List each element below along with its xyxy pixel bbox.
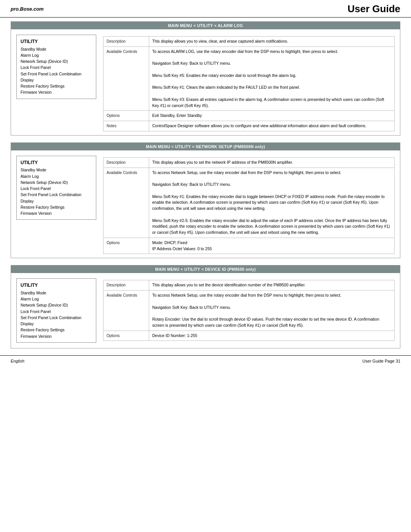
row-content: This display allows you to set the devic… <box>149 280 395 291</box>
utility-item-3: Lock Front Panel <box>21 308 92 315</box>
table-row: OptionsDevice ID Number: 1-255 <box>104 331 395 341</box>
utility-item-1: Alarm Log <box>21 173 92 179</box>
section-body-alarm-log: UTILITYStandby ModeAlarm LogNetwork Setu… <box>11 29 400 135</box>
section-device-id: MAIN MENU < UTILITY < DEVICE ID (PM8500 … <box>11 265 400 348</box>
table-row: Available ControlsTo access Network Setu… <box>104 291 395 331</box>
row-content: Device ID Number: 1-255 <box>149 331 395 341</box>
section-title-device-id: MAIN MENU < UTILITY < DEVICE ID (PM8500 … <box>11 265 400 273</box>
row-content: Exit Standby, Enter Standby <box>149 111 395 121</box>
table-row: DescriptionThis display allows you to se… <box>104 157 395 168</box>
row-content: Mode: DHCP, FixedIP Address Octet Values… <box>149 238 395 254</box>
table-row: Available ControlsTo access Network Setu… <box>104 168 395 238</box>
row-label: Available Controls <box>104 291 149 331</box>
utility-item-5: Display <box>21 198 92 204</box>
table-row: OptionsExit Standby, Enter Standby <box>104 111 395 121</box>
utility-item-0: Standby Mode <box>21 167 92 173</box>
section-body-network-setup: UTILITYStandby ModeAlarm LogNetwork Setu… <box>11 150 400 258</box>
utility-item-7: Firmware Version <box>21 210 92 216</box>
row-label: Options <box>104 238 149 254</box>
row-content: To access ALARM LOG, use the rotary enco… <box>149 46 395 111</box>
utility-item-0: Standby Mode <box>21 46 92 52</box>
utility-title: UTILITY <box>21 38 92 45</box>
section-title-alarm-log: MAIN MENU < UTILITY < ALARM LOG <box>11 22 400 29</box>
info-table-device-id: DescriptionThis display allows you to se… <box>103 280 395 341</box>
section-alarm-log: MAIN MENU < UTILITY < ALARM LOGUTILITYSt… <box>11 21 400 136</box>
row-label: Available Controls <box>104 46 149 111</box>
section-body-device-id: UTILITYStandby ModeAlarm LogNetwork Setu… <box>11 273 400 348</box>
utility-box-alarm-log: UTILITYStandby ModeAlarm LogNetwork Setu… <box>16 35 96 99</box>
utility-item-3: Lock Front Panel <box>21 64 92 70</box>
utility-item-2: Network Setup (Device ID) <box>21 302 92 308</box>
table-row: NotesControlSpace Designer software allo… <box>104 121 395 131</box>
utility-item-5: Display <box>21 77 92 83</box>
row-content: To access Network Setup, use the rotary … <box>149 291 395 331</box>
row-label: Available Controls <box>104 168 149 238</box>
utility-item-4: Set Front Panel Lock Combination <box>21 192 92 198</box>
section-network-setup: MAIN MENU < UTILITY < NETWORK SETUP (PM8… <box>11 142 400 259</box>
utility-item-6: Restore Factory Settings <box>21 83 92 89</box>
footer-language: English <box>11 359 24 363</box>
section-right-alarm-log: DescriptionThis display allows you to vi… <box>101 29 400 135</box>
page-title: User Guide <box>347 3 400 15</box>
utility-box-device-id: UTILITYStandby ModeAlarm LogNetwork Setu… <box>16 278 96 343</box>
utility-item-2: Network Setup (Device ID) <box>21 58 92 64</box>
row-content: ControlSpace Designer software allows yo… <box>149 121 395 131</box>
utility-item-7: Firmware Version <box>21 333 92 339</box>
section-right-device-id: DescriptionThis display allows you to se… <box>101 273 400 348</box>
utility-item-7: Firmware Version <box>21 89 92 95</box>
utility-item-6: Restore Factory Settings <box>21 204 92 210</box>
footer-page: User Guide Page 31 <box>362 359 400 363</box>
logo: pro.Bose.com <box>11 6 44 12</box>
utility-item-4: Set Front Panel Lock Combination <box>21 71 92 77</box>
utility-box-network-setup: UTILITYStandby ModeAlarm LogNetwork Setu… <box>16 156 96 220</box>
row-label: Description <box>104 280 149 291</box>
section-title-network-setup: MAIN MENU < UTILITY < NETWORK SETUP (PM8… <box>11 143 400 150</box>
table-row: OptionsMode: DHCP, FixedIP Address Octet… <box>104 238 395 254</box>
utility-item-0: Standby Mode <box>21 290 92 296</box>
row-content: To access Network Setup, use the rotary … <box>149 168 395 238</box>
row-label: Description <box>104 157 149 168</box>
section-right-network-setup: DescriptionThis display allows you to se… <box>101 150 400 258</box>
utility-title: UTILITY <box>21 159 92 166</box>
row-label: Notes <box>104 121 149 131</box>
table-row: DescriptionThis display allows you to se… <box>104 280 395 291</box>
page-header: pro.Bose.com User Guide <box>0 0 411 18</box>
utility-item-2: Network Setup (Device ID) <box>21 179 92 185</box>
utility-item-5: Display <box>21 321 92 327</box>
info-table-network-setup: DescriptionThis display allows you to se… <box>103 157 395 254</box>
row-label: Options <box>104 331 149 341</box>
utility-item-1: Alarm Log <box>21 52 92 58</box>
table-row: Available ControlsTo access ALARM LOG, u… <box>104 46 395 111</box>
row-content: This display allows you to view, clear, … <box>149 37 395 47</box>
row-content: This display allows you to set the netwo… <box>149 157 395 168</box>
info-table-alarm-log: DescriptionThis display allows you to vi… <box>103 36 395 131</box>
row-label: Options <box>104 111 149 121</box>
utility-item-6: Restore Factory Settings <box>21 327 92 333</box>
table-row: DescriptionThis display allows you to vi… <box>104 37 395 47</box>
utility-item-3: Lock Front Panel <box>21 185 92 192</box>
utility-item-4: Set Front Panel Lock Combination <box>21 315 92 321</box>
page-footer: English User Guide Page 31 <box>0 355 411 366</box>
utility-title: UTILITY <box>21 282 92 289</box>
row-label: Description <box>104 37 149 47</box>
utility-item-1: Alarm Log <box>21 296 92 302</box>
